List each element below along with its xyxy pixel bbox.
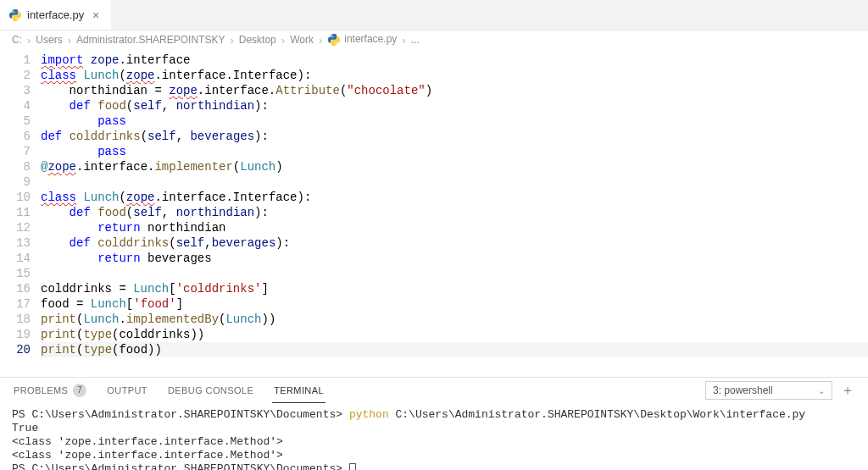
terminal-output[interactable]: PS C:\Users\Administrator.SHAREPOINTSKY\… — [0, 403, 868, 470]
chevron-right-icon: › — [280, 34, 287, 47]
code-line[interactable]: @zope.interface.implementer(Lunch) — [41, 159, 868, 174]
chevron-right-icon: › — [25, 34, 32, 47]
breadcrumb-item[interactable]: ... — [411, 34, 420, 46]
breadcrumb-item[interactable]: Desktop — [239, 34, 276, 46]
terminal-select-value: 3: powershell — [713, 384, 773, 396]
code-line[interactable]: return northindian — [41, 220, 868, 235]
code-line[interactable]: return beverages — [41, 251, 868, 266]
terminal-line: PS C:\Users\Administrator.SHAREPOINTSKY\… — [12, 462, 856, 470]
code-line[interactable]: def colddrinks(self, beverages): — [41, 129, 868, 144]
problems-count-badge: 7 — [73, 384, 86, 397]
close-tab-button[interactable]: × — [89, 8, 103, 22]
panel-tab-label: TERMINAL — [274, 385, 324, 395]
line-number: 7 — [0, 144, 31, 159]
breadcrumb-item[interactable]: C: — [12, 34, 22, 46]
panel-tab-terminal[interactable]: TERMINAL — [272, 378, 326, 403]
chevron-right-icon: › — [66, 34, 73, 47]
line-number: 12 — [0, 220, 31, 235]
cursor-icon — [349, 463, 356, 470]
panel-tab-label: OUTPUT — [107, 385, 147, 395]
code-area[interactable]: import zope.interfaceclass Lunch(zope.in… — [41, 49, 868, 377]
line-number: 11 — [0, 205, 31, 220]
code-line[interactable]: pass — [41, 113, 868, 129]
line-number: 8 — [0, 159, 31, 174]
panel-tab-debug-console[interactable]: DEBUG CONSOLE — [166, 378, 255, 403]
line-number: 4 — [0, 98, 31, 113]
code-line[interactable]: def colddrinks(self,beverages): — [41, 235, 868, 251]
code-line[interactable]: class Lunch(zope.interface.Interface): — [41, 190, 868, 205]
terminal-line: <class 'zope.interface.interface.Method'… — [12, 449, 856, 462]
code-line[interactable]: northindian = zope.interface.Attribute("… — [41, 83, 868, 98]
line-number: 9 — [0, 174, 31, 190]
line-number: 13 — [0, 235, 31, 251]
terminal-line: True — [12, 422, 856, 435]
line-number: 14 — [0, 251, 31, 266]
line-number: 20 — [0, 342, 31, 357]
code-line[interactable]: class Lunch(zope.interface.Interface): — [41, 68, 868, 83]
panel-tab-label: DEBUG CONSOLE — [168, 385, 253, 395]
terminal-select[interactable]: 3: powershell ⌄ — [705, 381, 832, 400]
code-editor[interactable]: 1234567891011121314151617181920 import z… — [0, 49, 868, 377]
code-line[interactable]: food = Lunch['food'] — [41, 296, 868, 312]
line-number: 5 — [0, 113, 31, 129]
terminal-line: <class 'zope.interface.interface.Method'… — [12, 435, 856, 449]
tab-filename: interface.py — [27, 8, 84, 21]
bottom-panel: PROBLEMS 7 OUTPUT DEBUG CONSOLE TERMINAL… — [0, 377, 868, 470]
code-line[interactable]: def food(self, northindian): — [41, 205, 868, 220]
code-line[interactable]: print(type(colddrinks)) — [41, 327, 868, 342]
breadcrumb-item[interactable]: Work — [290, 34, 314, 46]
chevron-down-icon: ⌄ — [818, 386, 825, 395]
code-line[interactable]: def food(self, northindian): — [41, 98, 868, 113]
tab-bar: interface.py × — [0, 0, 868, 30]
python-file-icon — [8, 8, 22, 22]
breadcrumb-item[interactable]: Administrator.SHAREPOINTSKY — [76, 34, 225, 46]
panel-tab-label: PROBLEMS — [14, 385, 68, 395]
chevron-right-icon: › — [400, 34, 407, 47]
code-line[interactable]: colddrinks = Lunch['colddrinks'] — [41, 281, 868, 296]
breadcrumb-item[interactable]: Users — [36, 34, 62, 46]
code-line[interactable]: print(type(food)) — [41, 342, 868, 357]
breadcrumb-item[interactable]: interface.py — [327, 33, 397, 47]
editor-tab[interactable]: interface.py × — [0, 0, 111, 30]
line-number: 6 — [0, 129, 31, 144]
line-number: 18 — [0, 312, 31, 327]
chevron-right-icon: › — [228, 34, 235, 47]
code-line[interactable]: import zope.interface — [41, 53, 868, 68]
line-number: 19 — [0, 327, 31, 342]
line-number: 16 — [0, 281, 31, 296]
chevron-right-icon: › — [317, 34, 324, 47]
line-number: 3 — [0, 83, 31, 98]
breadcrumb: C:›Users›Administrator.SHAREPOINTSKY›Des… — [0, 30, 868, 49]
code-line[interactable] — [41, 174, 868, 190]
panel-tab-output[interactable]: OUTPUT — [105, 378, 149, 403]
app-root: interface.py × C:›Users›Administrator.SH… — [0, 0, 868, 470]
python-file-icon — [327, 33, 341, 47]
panel-tab-problems[interactable]: PROBLEMS 7 — [12, 378, 88, 403]
terminal-line: PS C:\Users\Administrator.SHAREPOINTSKY\… — [12, 408, 856, 422]
line-number: 1 — [0, 53, 31, 68]
line-number: 15 — [0, 266, 31, 281]
code-line[interactable]: print(Lunch.implementedBy(Lunch)) — [41, 312, 868, 327]
line-number: 10 — [0, 190, 31, 205]
line-number: 2 — [0, 68, 31, 83]
panel-tab-bar: PROBLEMS 7 OUTPUT DEBUG CONSOLE TERMINAL… — [0, 378, 868, 403]
new-terminal-button[interactable]: ＋ — [839, 382, 856, 399]
line-number: 17 — [0, 296, 31, 312]
code-line[interactable] — [41, 266, 868, 281]
code-line[interactable]: pass — [41, 144, 868, 159]
line-number-gutter: 1234567891011121314151617181920 — [0, 49, 41, 377]
